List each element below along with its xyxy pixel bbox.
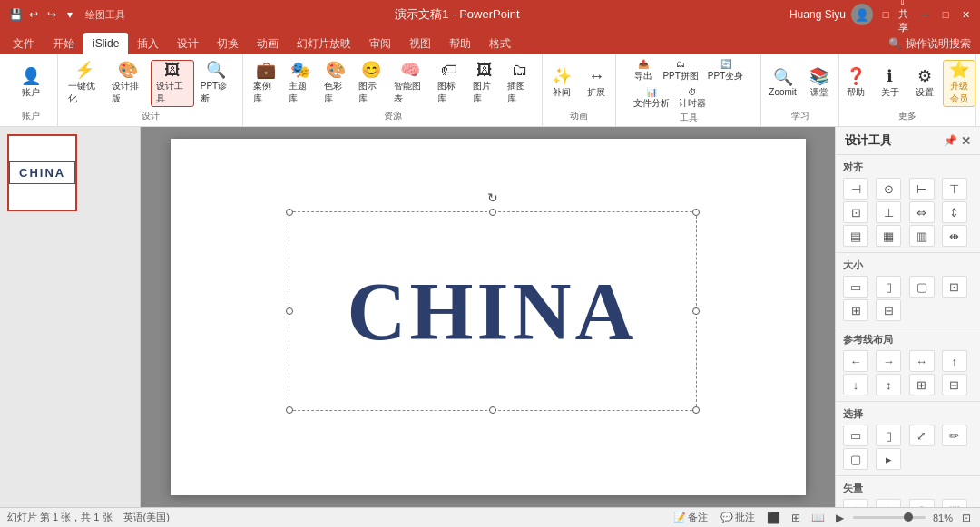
align-right-btn[interactable]: ⊢ <box>909 178 935 200</box>
zoomit-button[interactable]: 🔍 Zoomit <box>764 60 801 107</box>
size-lock-btn[interactable]: ⊡ <box>942 276 967 298</box>
case-library-button[interactable]: 💼 案例库 <box>249 60 282 107</box>
vector-fill-btn[interactable]: ◉ <box>909 499 935 507</box>
tab-animations[interactable]: 动画 <box>248 33 288 54</box>
maximize-button[interactable]: □ <box>938 7 953 22</box>
photo-library-button[interactable]: 🖼 图片库 <box>468 60 502 107</box>
tab-file[interactable]: 文件 <box>4 33 44 54</box>
select-cursor-btn[interactable]: ⤢ <box>909 425 935 446</box>
right-panel-pin-icon[interactable]: 📌 <box>944 134 957 148</box>
ppt-transform-button[interactable]: 🔄 PPT变身 <box>704 57 747 84</box>
theme-library-button[interactable]: 🎭 主题库 <box>284 60 318 107</box>
text-box[interactable]: ↻ CHINA <box>289 211 697 411</box>
slideshow-button[interactable]: ▶ <box>834 512 846 524</box>
zoom-slider[interactable] <box>853 516 926 519</box>
align-center-h-btn[interactable]: ⊙ <box>876 178 901 200</box>
tab-insert[interactable]: 插入 <box>128 33 168 54</box>
select-arrow-btn[interactable]: ▸ <box>876 448 901 470</box>
tween-button[interactable]: ✨ 补间 <box>545 60 578 107</box>
align-top-btn[interactable]: ⊤ <box>942 178 967 200</box>
guideline-right-btn[interactable]: → <box>876 350 901 372</box>
size-width-btn[interactable]: ▭ <box>843 276 868 298</box>
size-equal-btn[interactable]: ▢ <box>909 276 935 298</box>
slide-thumbnail[interactable]: CHINA <box>7 134 77 211</box>
tab-home[interactable]: 开始 <box>44 33 83 54</box>
handle-top-left[interactable] <box>286 209 293 216</box>
ppt-puzzle-button[interactable]: 🗂 PPT拼图 <box>659 57 701 84</box>
normal-view-button[interactable]: ⬛ <box>765 512 782 524</box>
tab-islide[interactable]: iSlide <box>83 33 128 54</box>
tab-slideshow[interactable]: 幻灯片放映 <box>288 33 360 54</box>
guideline-up-btn[interactable]: ↑ <box>942 350 967 372</box>
user-avatar[interactable]: 👤 <box>851 4 873 25</box>
redo-icon[interactable]: ↪ <box>44 6 60 23</box>
select-shape-btn[interactable]: ▢ <box>843 448 868 470</box>
slide-canvas[interactable]: ↻ CHINA <box>171 139 806 495</box>
handle-bottom-left[interactable] <box>286 406 293 414</box>
size-remove-btn[interactable]: ⊟ <box>876 299 901 321</box>
color-library-button[interactable]: 🎨 色彩库 <box>319 60 353 107</box>
guideline-add-btn[interactable]: ⊞ <box>909 374 935 395</box>
handle-top-right[interactable] <box>692 209 700 216</box>
notes-button[interactable]: 📝 备注 <box>671 511 710 524</box>
handle-bottom-right[interactable] <box>692 406 700 414</box>
upgrade-vip-button[interactable]: ⭐ 升级会员 <box>943 60 975 107</box>
size-height-btn[interactable]: ▯ <box>876 276 901 298</box>
right-panel-close-button[interactable]: ✕ <box>961 134 971 148</box>
design-layout-button[interactable]: 🎨 设计排版 <box>107 60 149 107</box>
handle-middle-right[interactable] <box>692 307 700 315</box>
file-analysis-button[interactable]: 📊 文件分析 <box>630 88 673 110</box>
guideline-h-btn[interactable]: ↔ <box>909 350 935 372</box>
align-extra-btn[interactable]: ⇹ <box>942 225 967 247</box>
design-tools-button[interactable]: 🖼 设计工具 <box>151 60 194 107</box>
settings-button[interactable]: ⚙ 设置 <box>908 60 941 107</box>
align-center-v-btn[interactable]: ⊡ <box>843 201 868 223</box>
expand-button[interactable]: ↔ 扩展 <box>580 60 612 107</box>
select-edit-btn[interactable]: ✏ <box>942 425 967 446</box>
tab-view[interactable]: 视图 <box>400 33 440 54</box>
size-add-btn[interactable]: ⊞ <box>843 299 868 321</box>
distribute-v-btn[interactable]: ⇕ <box>942 201 967 223</box>
align-bottom-btn[interactable]: ⊥ <box>876 201 901 223</box>
canvas-area[interactable]: ↻ CHINA <box>141 127 835 507</box>
comments-button[interactable]: 💬 批注 <box>718 511 758 524</box>
handle-bottom-center[interactable] <box>489 406 496 414</box>
ppt-diagnose-button[interactable]: 🔍 PPT诊断 <box>196 60 237 107</box>
tab-transitions[interactable]: 切换 <box>208 33 248 54</box>
select-all-btn[interactable]: ▭ <box>843 425 868 446</box>
distribute-h-btn[interactable]: ⇔ <box>909 201 935 223</box>
icon-library-button[interactable]: 😊 图示库 <box>354 60 387 107</box>
classroom-button[interactable]: 📚 课堂 <box>803 60 836 107</box>
minimize-button[interactable]: ─ <box>918 7 933 22</box>
vector-path-btn[interactable]: ◈ <box>876 499 901 507</box>
handle-middle-left[interactable] <box>286 307 293 315</box>
tab-help[interactable]: 帮助 <box>440 33 480 54</box>
close-button[interactable]: ✕ <box>958 7 973 22</box>
export-button[interactable]: 📤 导出 <box>630 57 657 84</box>
align-page-btn[interactable]: ▤ <box>843 225 868 247</box>
guideline-remove-btn[interactable]: ⊟ <box>942 374 967 395</box>
timer-button[interactable]: ⏱ 计时器 <box>675 88 710 110</box>
tab-review[interactable]: 审阅 <box>360 33 400 54</box>
guideline-left-btn[interactable]: ← <box>843 350 868 372</box>
align-object-btn[interactable]: ▦ <box>876 225 901 247</box>
select-similar-btn[interactable]: ▯ <box>876 425 901 446</box>
align-left-btn[interactable]: ⊣ <box>843 178 868 200</box>
vector-box-btn[interactable]: ⬚ <box>942 499 967 507</box>
undo-icon[interactable]: ↩ <box>25 6 42 23</box>
rotate-handle[interactable]: ↻ <box>487 190 498 201</box>
one-click-optimize-button[interactable]: ⚡ 一键优化 <box>64 60 105 107</box>
tab-format[interactable]: 格式 <box>480 33 520 54</box>
illustration-library-button[interactable]: 🗂 插图库 <box>503 60 536 107</box>
icons-library-button[interactable]: 🏷 图标库 <box>433 60 466 107</box>
about-button[interactable]: ℹ 关于 <box>874 60 906 107</box>
tab-design[interactable]: 设计 <box>168 33 208 54</box>
tab-search[interactable]: 🔍 操作说明搜索 <box>879 33 980 54</box>
guideline-v-btn[interactable]: ↕ <box>876 374 901 395</box>
ribbon-display-icon[interactable]: □ <box>878 7 893 22</box>
zoom-fit-button[interactable]: ⊡ <box>960 512 973 524</box>
account-button[interactable]: 👤 账户 <box>15 60 47 107</box>
reading-view-button[interactable]: 📖 <box>809 512 827 524</box>
slide-sorter-button[interactable]: ⊞ <box>789 512 802 524</box>
zoom-slider-thumb[interactable] <box>904 512 913 522</box>
